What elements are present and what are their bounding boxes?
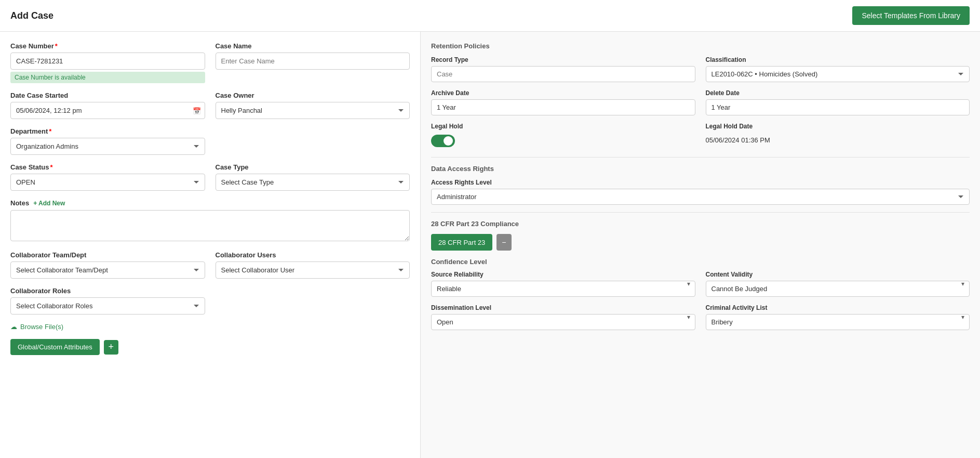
case-status-label: Case Status*	[10, 163, 205, 171]
department-group: Department* Organization Admins	[10, 127, 205, 155]
classification-label: Classification	[706, 56, 970, 63]
case-owner-group: Case Owner Helly Panchal	[216, 91, 410, 119]
browse-files-label: Browse File(s)	[20, 323, 63, 331]
archive-date-label: Archive Date	[431, 89, 695, 97]
archive-date-group: Archive Date	[431, 89, 695, 115]
divider-1	[431, 157, 970, 158]
record-type-classification-row: Record Type Classification LE2010-062C •…	[431, 56, 970, 82]
case-number-group: Case Number* Case Number is available	[10, 42, 205, 83]
calendar-icon[interactable]: 📅	[193, 107, 201, 114]
case-number-input[interactable]	[10, 53, 205, 70]
source-reliability-select[interactable]: Reliable	[431, 281, 695, 297]
record-type-group: Record Type	[431, 56, 695, 82]
data-access-rights-title: Data Access Rights	[431, 165, 970, 173]
legal-hold-date-group: Legal Hold Date 05/06/2024 01:36 PM	[706, 123, 970, 150]
cfr-part23-button[interactable]: 28 CFR Part 23	[431, 234, 492, 251]
department-select[interactable]: Organization Admins	[10, 138, 205, 155]
select-templates-button[interactable]: Select Templates From Library	[852, 6, 970, 25]
collaborator-team-group: Collaborator Team/Dept Select Collaborat…	[10, 251, 205, 279]
criminal-activity-select[interactable]: Bribery	[706, 314, 970, 330]
criminal-activity-label: Criminal Activity List	[706, 304, 970, 311]
right-panel: Retention Policies Record Type Classific…	[421, 32, 980, 458]
access-rights-level-select[interactable]: Administrator	[431, 189, 970, 205]
dissemination-criminal-row: Dissemination Level Open Criminal Activi…	[431, 304, 970, 330]
status-type-row: Case Status* OPEN Case Type Select Case …	[10, 163, 410, 191]
page-header: Add Case Select Templates From Library	[0, 0, 980, 32]
content-validity-label: Content Validity	[706, 271, 970, 278]
archive-date-input[interactable]	[431, 99, 695, 115]
legal-hold-label: Legal Hold	[431, 123, 695, 130]
criminal-activity-group: Criminal Activity List Bribery	[706, 304, 970, 330]
content-validity-select[interactable]: Cannot Be Judged	[706, 281, 970, 297]
roles-spacer	[216, 287, 410, 315]
access-rights-group: Access Rights Level Administrator	[431, 179, 970, 205]
case-status-group: Case Status* OPEN	[10, 163, 205, 191]
record-type-input[interactable]	[431, 66, 695, 82]
date-input-wrapper: 📅	[10, 102, 205, 119]
left-panel: Case Number* Case Number is available Ca…	[0, 32, 421, 458]
case-owner-label: Case Owner	[216, 91, 410, 99]
case-name-input[interactable]	[216, 53, 410, 70]
add-attr-button[interactable]: +	[104, 340, 118, 355]
source-content-row: Source Reliability Reliable Content Vali…	[431, 271, 970, 297]
date-case-started-input[interactable]	[10, 102, 205, 119]
notes-textarea[interactable]	[10, 210, 410, 241]
archive-delete-row: Archive Date Delete Date	[431, 89, 970, 115]
collaborator-roles-group: Collaborator Roles Select Collaborator R…	[10, 287, 205, 315]
notes-section: Notes + Add New	[10, 199, 410, 243]
case-type-label: Case Type	[216, 163, 410, 171]
date-case-started-group: Date Case Started 📅	[10, 91, 205, 119]
collaborator-roles-select[interactable]: Select Collaborator Roles	[10, 297, 205, 315]
delete-date-group: Delete Date	[706, 89, 970, 115]
access-rights-row: Access Rights Level Administrator	[431, 179, 970, 205]
collaborator-team-select[interactable]: Select Collaborator Team/Dept	[10, 261, 205, 279]
collaborator-users-select[interactable]: Select Collaborator User	[216, 261, 410, 279]
collaborator-users-group: Collaborator Users Select Collaborator U…	[216, 251, 410, 279]
case-number-label: Case Number*	[10, 42, 205, 50]
global-custom-attrs-button[interactable]: Global/Custom Attributes	[10, 339, 100, 355]
source-reliability-group: Source Reliability Reliable	[431, 271, 695, 297]
add-new-link[interactable]: + Add New	[33, 200, 65, 207]
main-container: Case Number* Case Number is available Ca…	[0, 32, 980, 458]
cfr-compliance-title: 28 CFR Part 23 Compliance	[431, 220, 970, 228]
upload-icon: ☁	[10, 323, 17, 331]
department-label: Department*	[10, 127, 205, 135]
source-reliability-label: Source Reliability	[431, 271, 695, 278]
divider-2	[431, 212, 970, 213]
case-name-label: Case Name	[216, 42, 410, 50]
date-owner-row: Date Case Started 📅 Case Owner Helly Pan…	[10, 91, 410, 119]
classification-select[interactable]: LE2010-062C • Homicides (Solved)	[706, 66, 970, 82]
case-type-select[interactable]: Select Case Type	[216, 174, 410, 191]
legal-hold-date-label: Legal Hold Date	[706, 123, 970, 130]
case-status-select[interactable]: OPEN	[10, 174, 205, 191]
legal-hold-toggle[interactable]	[431, 135, 455, 147]
delete-date-label: Delete Date	[706, 89, 970, 97]
browse-files[interactable]: ☁ Browse File(s)	[10, 323, 410, 331]
legal-hold-row: Legal Hold Legal Hold Date 05/06/2024 01…	[431, 123, 970, 150]
collaborator-roles-row: Collaborator Roles Select Collaborator R…	[10, 287, 410, 315]
department-row: Department* Organization Admins	[10, 127, 410, 155]
delete-date-input[interactable]	[706, 99, 970, 115]
legal-hold-group: Legal Hold	[431, 123, 695, 150]
classification-group: Classification LE2010-062C • Homicides (…	[706, 56, 970, 82]
confidence-level-title: Confidence Level	[431, 258, 970, 266]
collaborator-roles-label: Collaborator Roles	[10, 287, 205, 295]
notes-label: Notes + Add New	[10, 199, 410, 207]
dissemination-level-select[interactable]: Open	[431, 314, 695, 330]
date-case-started-label: Date Case Started	[10, 91, 205, 99]
legal-hold-toggle-container	[431, 135, 695, 150]
dissemination-level-label: Dissemination Level	[431, 304, 695, 311]
legal-hold-date-value: 05/06/2024 01:36 PM	[706, 133, 970, 148]
bottom-actions: Global/Custom Attributes +	[10, 339, 410, 355]
collaborator-users-label: Collaborator Users	[216, 251, 410, 259]
cfr-minus-button[interactable]: −	[496, 234, 511, 251]
retention-policies-title: Retention Policies	[431, 42, 970, 50]
case-number-name-row: Case Number* Case Number is available Ca…	[10, 42, 410, 83]
case-owner-select[interactable]: Helly Panchal	[216, 102, 410, 119]
cfr-buttons-row: 28 CFR Part 23 −	[431, 234, 970, 251]
collaborator-team-label: Collaborator Team/Dept	[10, 251, 205, 259]
case-name-group: Case Name	[216, 42, 410, 83]
collaborator-team-users-row: Collaborator Team/Dept Select Collaborat…	[10, 251, 410, 279]
toggle-slider	[431, 135, 455, 147]
access-rights-level-label: Access Rights Level	[431, 179, 970, 186]
